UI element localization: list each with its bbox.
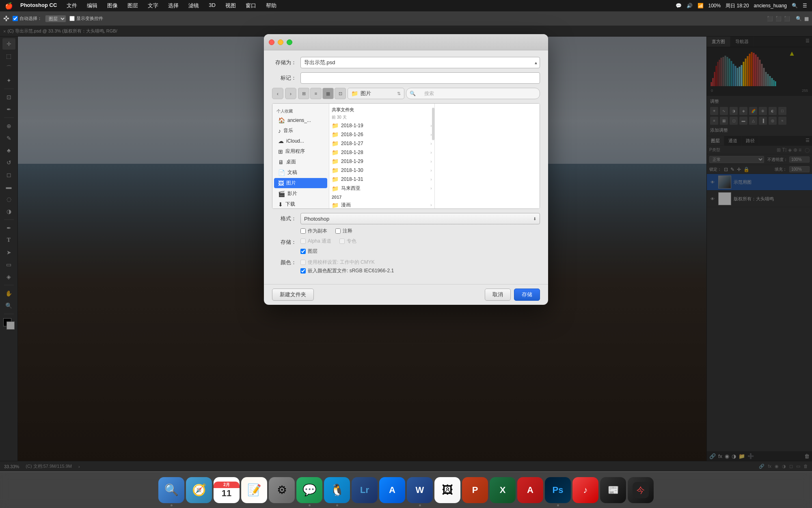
format-value: Photoshop bbox=[304, 216, 329, 222]
auto-select-input[interactable] bbox=[13, 16, 18, 21]
dock-excel[interactable]: X bbox=[490, 477, 516, 503]
menubar-user[interactable]: anciens_huang bbox=[754, 3, 787, 9]
sidebar-item-apps[interactable]: ⊞ 应用程序 bbox=[274, 146, 327, 156]
dock-word[interactable]: W bbox=[407, 477, 433, 503]
menubar-layer[interactable]: 图层 bbox=[126, 1, 140, 10]
folder-2018-1-27[interactable]: 📁 2018-1-27 › bbox=[329, 139, 434, 148]
auto-select-checkbox[interactable]: 自动选择： bbox=[13, 15, 42, 22]
search-box[interactable]: 🔍 搜索 bbox=[406, 88, 540, 99]
sidebar-item-desktop[interactable]: 🖥 桌面 bbox=[274, 157, 327, 167]
menubar-filter[interactable]: 滤镜 bbox=[187, 1, 201, 10]
menubar-help[interactable]: 帮助 bbox=[264, 1, 278, 10]
new-folder-btn[interactable]: 新建文件夹 bbox=[272, 289, 314, 301]
dialog-min-btn[interactable] bbox=[278, 39, 283, 45]
dock-lr[interactable]: Lr bbox=[352, 477, 378, 503]
align-left-icon[interactable]: ⬛ bbox=[767, 16, 773, 22]
tag-input[interactable] bbox=[300, 72, 540, 84]
apple-menu[interactable]: 🍎 bbox=[5, 2, 13, 10]
show-transform-input[interactable] bbox=[69, 16, 75, 21]
location-arrows-icon[interactable]: ⇅ bbox=[397, 91, 401, 96]
folder-2018-1-28[interactable]: 📁 2018-1-28 › bbox=[329, 148, 434, 157]
nav-forward-btn[interactable]: › bbox=[285, 88, 296, 99]
menubar-select[interactable]: 选择 bbox=[166, 1, 180, 10]
save-as-arrow[interactable]: ▲ bbox=[534, 61, 538, 65]
dock-toutiao[interactable] bbox=[628, 477, 654, 503]
option-layers[interactable]: 图层 bbox=[300, 248, 317, 255]
folder-2018-1-26[interactable]: 📁 2018-1-26 › bbox=[329, 130, 434, 139]
sidebar-item-movies[interactable]: 🎬 影片 bbox=[274, 189, 327, 199]
folder-2018-1-19[interactable]: 📁 2018-1-19 › bbox=[329, 121, 434, 130]
align-center-icon[interactable]: ⬛ bbox=[775, 16, 782, 22]
grid-icon[interactable]: ▦ bbox=[804, 16, 809, 22]
list-view-btn[interactable]: ≡ bbox=[310, 88, 322, 99]
format-dropdown-icon: ⬇ bbox=[533, 217, 536, 221]
file-preview-area bbox=[435, 104, 540, 208]
option-layers-checkbox[interactable] bbox=[300, 249, 306, 254]
dock-ps[interactable]: Ps bbox=[545, 477, 571, 503]
menubar-text[interactable]: 文字 bbox=[146, 1, 160, 10]
folder-2018-1-30[interactable]: 📁 2018-1-30 › bbox=[329, 166, 434, 175]
dock-qq[interactable]: 🐧 bbox=[324, 477, 350, 503]
dock-finder[interactable]: 🔍 bbox=[158, 477, 184, 503]
option-embed-color[interactable]: 嵌入颜色配置文件: sRGB IEC61966-2.1 bbox=[300, 267, 394, 274]
save-as-input[interactable]: 导出示范.psd ▲ bbox=[300, 57, 540, 68]
dock-calendar[interactable]: 2月 11 bbox=[214, 477, 240, 503]
sidebar-item-downloads[interactable]: ⬇ 下载 bbox=[274, 199, 327, 209]
menubar-search-icon[interactable]: 🔍 bbox=[792, 3, 798, 9]
show-transform-checkbox[interactable]: 显示变换控件 bbox=[69, 15, 103, 22]
dialog-close-btn[interactable] bbox=[269, 39, 274, 45]
dialog-max-btn[interactable] bbox=[287, 39, 292, 45]
option-copy[interactable]: 作为副本 bbox=[300, 228, 327, 234]
sidebar-item-anciens[interactable]: 🏠 anciens_... bbox=[274, 115, 327, 125]
nav-back-btn[interactable]: ‹ bbox=[272, 88, 283, 99]
sidebar-item-pics[interactable]: 🖼 图片 bbox=[274, 178, 327, 188]
save-btn[interactable]: 存储 bbox=[514, 289, 540, 301]
column-view-btn[interactable]: ▦ bbox=[322, 88, 334, 99]
dock-safari[interactable]: 🧭 bbox=[186, 477, 212, 503]
dock-wechat[interactable]: 💬 bbox=[296, 477, 322, 503]
dock-news[interactable]: 📰 bbox=[600, 477, 626, 503]
dock-photos[interactable]: 🖼 bbox=[434, 477, 460, 503]
icon-view-btn[interactable]: ⊞ bbox=[298, 88, 309, 99]
folder-malaysia[interactable]: 📁 马来西亚 › bbox=[329, 184, 434, 193]
sidebar-item-docs[interactable]: 📄 文稿 bbox=[274, 167, 327, 178]
dock-reminders[interactable]: 📝 bbox=[241, 477, 267, 503]
align-right-icon[interactable]: ⬛ bbox=[784, 16, 790, 22]
menubar-notification-icon[interactable]: ☰ bbox=[803, 3, 807, 9]
sidebar-music-icon: ♪ bbox=[278, 128, 281, 134]
menubar-view[interactable]: 视图 bbox=[224, 1, 238, 10]
option-alpha[interactable]: Alpha 通道 bbox=[300, 238, 331, 245]
search-icon[interactable]: 🔍 bbox=[796, 16, 802, 22]
menubar-edit[interactable]: 编辑 bbox=[85, 1, 99, 10]
dock-autocad[interactable]: A bbox=[517, 477, 543, 503]
sidebar-item-icloud[interactable]: ☁ iCloud... bbox=[274, 136, 327, 146]
option-copy-checkbox[interactable] bbox=[300, 228, 306, 234]
folder-2018-1-29[interactable]: 📁 2018-1-29 › bbox=[329, 157, 434, 166]
location-select[interactable]: 📁 图片 ⇅ bbox=[348, 88, 404, 99]
menubar-file[interactable]: 文件 bbox=[65, 1, 79, 10]
dock-music[interactable]: ♪ bbox=[572, 477, 598, 503]
option-notes[interactable]: 注释 bbox=[335, 228, 352, 234]
option-embed-color-checkbox[interactable] bbox=[300, 268, 306, 274]
dock-appstore[interactable]: A bbox=[379, 477, 405, 503]
cancel-btn[interactable]: 取消 bbox=[485, 289, 511, 301]
folder-2018-1-31[interactable]: 📁 2018-1-31 › bbox=[329, 175, 434, 184]
layer-kind-select[interactable]: 图层 bbox=[45, 15, 66, 22]
folder-manga[interactable]: 📁 漫画 › bbox=[329, 200, 434, 208]
move-tool-icon[interactable]: ✜ bbox=[3, 14, 9, 23]
sidebar-anciens-label: anciens_... bbox=[287, 117, 311, 123]
dock-ppt[interactable]: P bbox=[462, 477, 488, 503]
menubar-3d[interactable]: 3D bbox=[207, 1, 217, 10]
menubar-image[interactable]: 图像 bbox=[106, 1, 119, 10]
menubar-app[interactable]: Photoshop CC bbox=[19, 1, 58, 10]
option-use-proof[interactable]: 使用校样设置: 工作中的 CMYK bbox=[300, 259, 394, 266]
format-select[interactable]: Photoshop ⬇ bbox=[300, 213, 540, 224]
gallery-view-btn[interactable]: ⊡ bbox=[335, 88, 346, 99]
sidebar-item-music[interactable]: ♪ 音乐 bbox=[274, 126, 327, 136]
menubar-window[interactable]: 窗口 bbox=[244, 1, 258, 10]
dock-prefs[interactable]: ⚙ bbox=[269, 477, 295, 503]
calendar-day: 11 bbox=[222, 488, 231, 499]
option-spot[interactable]: 专色 bbox=[339, 238, 356, 245]
dock-ps-dot bbox=[557, 504, 559, 506]
option-notes-checkbox[interactable] bbox=[335, 228, 341, 234]
